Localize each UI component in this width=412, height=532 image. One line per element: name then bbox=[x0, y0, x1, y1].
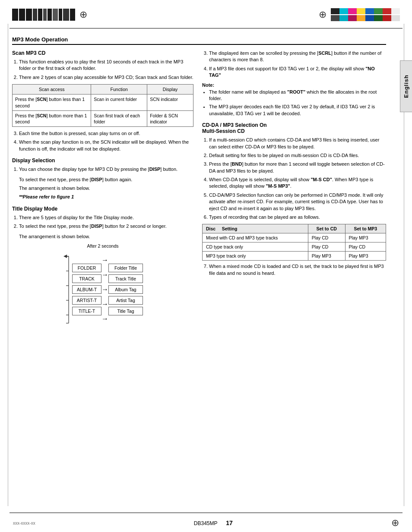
cd-row2-disc: CD type track only bbox=[203, 242, 308, 252]
diagram-right-items: Folder Title Track Title Album Tag Artis… bbox=[108, 264, 143, 315]
scan-mp3-list2: Each time the button is pressed, scan pl… bbox=[12, 130, 193, 152]
diagram-label: After 2 seconds bbox=[87, 243, 119, 249]
id3-item-3: The displayed item can be scrolled by pr… bbox=[209, 50, 386, 63]
footer-xxx: xxx-xxxx-xx bbox=[13, 521, 35, 526]
cs-cyan2 bbox=[339, 15, 348, 21]
scan-table: Scan access Function Display Press the [… bbox=[12, 84, 193, 127]
scan-row1-access: Press the [SCN] button less than 1 secon… bbox=[13, 94, 91, 110]
stripe-seg bbox=[12, 9, 18, 21]
diagram-brace-svg bbox=[63, 252, 72, 327]
cd-row3-mp3: Play MP3 bbox=[345, 252, 386, 261]
english-tab: English bbox=[400, 60, 412, 112]
stripe-seg bbox=[53, 9, 58, 21]
stripe-seg bbox=[43, 9, 47, 21]
diag-artist-t: ARTIST-T bbox=[72, 296, 101, 305]
top-bar-right: ⊕ bbox=[314, 8, 400, 21]
brace-arrowhead bbox=[63, 255, 67, 258]
scan-row2-display: Folder & SCN indicator bbox=[147, 110, 193, 126]
scan-row1-display: SCN indicator bbox=[147, 94, 193, 110]
note-bullet-1: The folder name will be displayed as "RO… bbox=[209, 89, 386, 102]
stripe-seg bbox=[38, 9, 42, 21]
cs-blu2 bbox=[365, 15, 374, 21]
stripe-seg bbox=[19, 9, 25, 21]
note-bullet-list: The folder name will be displayed as "RO… bbox=[202, 89, 386, 117]
cd-da-item-4: When CD-DA type is selected, display wil… bbox=[209, 176, 386, 190]
display-sel-item1: You can choose the display type for MP3 … bbox=[19, 166, 193, 173]
title-display-heading: Title Display Mode bbox=[12, 206, 193, 212]
diag-title-tag: Title Tag bbox=[108, 307, 143, 315]
left-border bbox=[8, 24, 8, 506]
display-sel-indent2: The arrangement is shown below. bbox=[19, 185, 193, 192]
scan-mp3-item-2: There are 2 types of scan play accessibl… bbox=[19, 74, 193, 81]
main-content: MP3 Mode Operation Scan MP3 CD This func… bbox=[0, 28, 399, 339]
colored-stripe-bar bbox=[331, 8, 400, 21]
cd-da-list2: When a mixed mode CD is loaded and CD is… bbox=[202, 263, 386, 277]
arrow-2: → bbox=[101, 269, 108, 281]
table-row: Mixed with CD and MP3 type tracks Play C… bbox=[203, 233, 386, 242]
stripe-seg bbox=[33, 9, 37, 21]
scan-row2-access: Press the [SCN] button more than 1 secon… bbox=[13, 110, 91, 126]
cs-magenta bbox=[348, 8, 357, 14]
cd-row3-cd: Play MP3 bbox=[308, 252, 345, 261]
title-disp-item2: To select the next type, press the [DISP… bbox=[19, 223, 193, 230]
id3-list: The displayed item can be scrolled by pr… bbox=[202, 50, 386, 79]
stripe-seg bbox=[59, 9, 62, 21]
stripe-seg bbox=[70, 9, 75, 21]
stripe-bar-left bbox=[12, 9, 75, 21]
scan-mp3-item-1: This function enables you to play the fi… bbox=[19, 59, 193, 72]
bottom-rule bbox=[10, 513, 402, 513]
cd-da-item-3: Press the [BND] button for more than 1 s… bbox=[209, 161, 386, 174]
cs-red bbox=[383, 8, 391, 14]
cd-table-col3: Set to MP3 bbox=[345, 224, 386, 233]
compass-icon-left: ⊕ bbox=[79, 9, 87, 20]
title-disp-indent: The arrangement is shown below. bbox=[19, 233, 193, 240]
cd-da-mp3-heading: CD-DA / MP3 Selection OnMulti-Session CD bbox=[202, 122, 386, 134]
cd-da-item-5: CD-DA/MP3 Selection function can only be… bbox=[209, 192, 386, 212]
page: ⊕ ⊕ bbox=[0, 0, 412, 532]
cd-row1-cd: Play CD bbox=[308, 233, 345, 242]
cs-white bbox=[391, 8, 400, 14]
stripe-seg bbox=[63, 9, 69, 21]
display-selection-heading: Display Selection bbox=[12, 157, 193, 164]
cd-da-item-2: Default setting for files to be played o… bbox=[209, 152, 386, 159]
scan-mp3-item-4: When the scan play function is on, the S… bbox=[19, 139, 193, 152]
cd-table-col1: Disc Setting bbox=[203, 224, 308, 233]
cd-row2-cd: Play CD bbox=[308, 242, 345, 252]
footer-model: DB345MP bbox=[194, 520, 217, 526]
cd-row3-disc: MP3 type track only bbox=[203, 252, 308, 261]
diagram-arrows: → → → → → bbox=[101, 254, 108, 325]
col-left: Scan MP3 CD This function enables you to… bbox=[12, 50, 193, 331]
cd-da-list: If a multi-session CD which contains CD-… bbox=[202, 137, 386, 220]
stripe-seg bbox=[48, 9, 52, 21]
cd-row1-disc: Mixed with CD and MP3 type tracks bbox=[203, 233, 308, 242]
cd-row2-mp3: Play CD bbox=[345, 242, 386, 252]
table-row: MP3 type track only Play MP3 Play MP3 bbox=[203, 252, 386, 261]
diagram-area: After 2 seconds bbox=[12, 243, 193, 327]
diag-folder: FOLDER bbox=[72, 264, 101, 272]
cs-black bbox=[331, 8, 339, 14]
diag-album-t: ALBUM-T bbox=[72, 285, 101, 294]
scan-mp3-list: This function enables you to play the fi… bbox=[12, 59, 193, 81]
footer-compass-icon: ⊕ bbox=[391, 517, 399, 529]
cd-table: Disc Setting Set to CD Set to MP3 Mixed … bbox=[202, 224, 386, 261]
arrow-4: → bbox=[101, 298, 108, 311]
note-label: Note: bbox=[202, 82, 386, 88]
scan-row1-function: Scan in current folder bbox=[91, 94, 147, 110]
cs-green bbox=[374, 8, 383, 14]
arrow-3: → bbox=[101, 283, 108, 296]
diagram: FOLDER TRACK ALBUM-T ARTIST-T TITLE-T → … bbox=[63, 252, 143, 327]
diag-title-t: TITLE-T bbox=[72, 307, 101, 315]
scan-table-col2: Function bbox=[91, 85, 147, 94]
display-sel-italic: **Please refer to figure 1 bbox=[19, 194, 193, 200]
english-tab-label: English bbox=[403, 75, 409, 98]
footer-page-info: DB345MP 17 bbox=[194, 519, 233, 526]
diag-artist-tag: Artist Tag bbox=[108, 296, 143, 305]
two-column-layout: Scan MP3 CD This function enables you to… bbox=[12, 50, 386, 331]
cs-wht2 bbox=[391, 15, 400, 21]
bottom-bar-area: xxx-xxxx-xx DB345MP 17 ⊕ bbox=[0, 506, 412, 532]
bottom-footer: xxx-xxxx-xx DB345MP 17 ⊕ bbox=[0, 516, 412, 532]
cs-yellow bbox=[357, 8, 365, 14]
cs-cyan bbox=[339, 8, 348, 14]
cd-row1-mp3: Play MP3 bbox=[345, 233, 386, 242]
cs-mag2 bbox=[348, 15, 357, 21]
